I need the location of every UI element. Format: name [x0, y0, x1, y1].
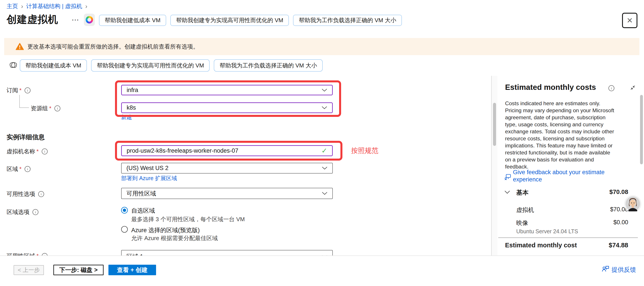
copilot-icon [86, 16, 93, 24]
zone-options-label: 区域选项 i [6, 208, 38, 216]
deploy-edge-zone-link[interactable]: 部署到 Azure 扩展区域 [121, 175, 177, 182]
vm-name-label: 虚拟机名称* i [6, 148, 48, 155]
info-icon[interactable]: i [24, 166, 30, 172]
suggestion-high-availability-button[interactable]: 帮助我创建专为实现高可用性而优化的 VM [170, 15, 289, 26]
info-icon[interactable]: i [54, 105, 60, 111]
cost-total-label: Estimated monthly cost [505, 242, 577, 249]
info-icon[interactable]: i [38, 191, 44, 197]
vm-name-value: prod-usw2-k8s-freeleaps-worker-nodes-07 [127, 147, 238, 154]
cost-group-amount: $70.08 [609, 188, 628, 195]
region-label: 区域* i [6, 165, 30, 173]
copilot-suggestions-header: 帮助我创建低成本 VM 帮助我创建专为实现高可用性而优化的 VM 帮助我为工作负… [99, 15, 402, 26]
region-value: (US) West US 2 [126, 165, 168, 172]
radio-azure-selected-zones[interactable] [121, 226, 128, 233]
copilot-outline-icon [9, 61, 18, 69]
radio-azure-selected-zones-label[interactable]: Azure 选择的区域(预览版) [131, 226, 200, 234]
availability-options-label-text: 可用性选项 [6, 190, 35, 198]
cost-panel-title: Estimated monthly costs [505, 83, 596, 92]
chevron-down-icon [322, 89, 327, 92]
chevron-down-icon [322, 192, 328, 195]
radio-azure-selected-zones-desc: 允许 Azure 根据需要分配最佳区域 [131, 234, 218, 242]
presenter-avatar [624, 195, 641, 212]
cost-group-label[interactable]: 基本 [516, 188, 528, 197]
resource-group-label-text: 资源组 [31, 105, 48, 112]
suggestion-high-availability-button[interactable]: 帮助我创建专为实现高可用性而优化的 VM [91, 59, 210, 72]
collapse-panel-icon[interactable] [630, 84, 636, 91]
previous-button[interactable]: < 上一步 [14, 265, 44, 275]
estimate-feedback-link[interactable]: Give feedback about your estimate experi… [513, 169, 616, 183]
zone-options-label-text: 区域选项 [6, 208, 30, 216]
info-icon[interactable]: i [32, 209, 38, 215]
close-button[interactable]: ✕ [622, 13, 638, 28]
cost-item-label: 映像 [516, 219, 528, 227]
tree-connector-horizontal [19, 107, 29, 108]
info-icon[interactable]: i [24, 87, 30, 93]
suggestion-low-cost-vm-button[interactable]: 帮助我创建低成本 VM [99, 15, 166, 26]
resource-group-label: 资源组* i [31, 105, 60, 112]
create-new-resource-group-link[interactable]: 新建 [121, 114, 132, 121]
main-scrollbar-thumb[interactable] [493, 103, 496, 146]
resource-group-dropdown[interactable]: k8s [121, 102, 333, 113]
info-icon[interactable]: i [42, 253, 48, 255]
more-options-button[interactable]: ⋯ [72, 15, 80, 24]
cost-item-sub: Ubuntu Server 24.04 LTS [516, 228, 578, 235]
warning-triangle-icon [16, 43, 24, 50]
copilot-suggestions-inline: 帮助我创建低成本 VM 帮助我创建专为实现高可用性而优化的 VM 帮助我为工作负… [20, 59, 323, 72]
info-icon[interactable]: i [42, 148, 48, 154]
next-disks-button[interactable]: 下一步: 磁盘 > [53, 265, 104, 275]
suggestion-right-vm-size-button[interactable]: 帮助我为工作负载选择正确的 VM 大小 [293, 15, 402, 26]
page-title: 创建虚拟机 [6, 13, 58, 26]
chevron-right-icon: › [21, 3, 23, 10]
vm-name-input[interactable]: prod-usw2-k8s-freeleaps-worker-nodes-07 … [121, 145, 333, 156]
required-asterisk: * [19, 87, 22, 94]
breadcrumb-home-link[interactable]: 主页 [6, 3, 18, 10]
availability-zone-dropdown[interactable]: 区域 1 [121, 250, 333, 255]
chevron-down-icon [322, 166, 328, 170]
vm-name-label-text: 虚拟机名称 [6, 148, 35, 155]
cost-item-amount: $0.00 [613, 219, 628, 226]
footer-divider [0, 255, 644, 256]
suggestion-low-cost-vm-button[interactable]: 帮助我创建低成本 VM [20, 59, 87, 72]
availability-options-value: 可用性区域 [126, 190, 156, 197]
info-icon[interactable]: i [608, 85, 614, 91]
cost-total-amount: $74.88 [609, 242, 628, 249]
availability-zone-value: 区域 1 [126, 253, 143, 255]
breadcrumb: 主页 › 计算基础结构 | 虚拟机 › [6, 3, 90, 10]
region-dropdown[interactable]: (US) West US 2 [121, 163, 333, 174]
chevron-down-icon[interactable] [504, 190, 510, 194]
availability-options-dropdown[interactable]: 可用性区域 [121, 188, 333, 199]
required-asterisk: * [36, 148, 39, 155]
subscription-dropdown[interactable]: infra [121, 85, 333, 95]
tree-connector-vertical [19, 95, 20, 108]
resource-group-value: k8s [127, 104, 136, 111]
cost-item-label: 虚拟机 [516, 206, 534, 214]
instance-details-heading: 实例详细信息 [6, 133, 45, 142]
radio-self-select-zones[interactable] [121, 206, 128, 214]
subscription-label: 订阅* i [6, 87, 30, 94]
speech-bubbles-icon [504, 173, 512, 181]
valid-check-icon: ✓ [321, 147, 327, 155]
required-asterisk: * [49, 105, 51, 112]
panel-scrollbar-thumb[interactable] [640, 95, 643, 164]
provide-feedback-link[interactable]: 提供反馈 [612, 265, 636, 274]
radio-self-select-zones-desc: 最多选择 3 个可用性区域，每个区域一台 VM [131, 215, 245, 223]
copilot-button[interactable] [84, 14, 95, 26]
cost-panel-description: Costs indicated here are estimates only.… [505, 100, 615, 170]
availability-zone-label-text: 可用性区域 [6, 252, 35, 255]
suggestion-right-vm-size-button[interactable]: 帮助我为工作负载选择正确的 VM 大小 [214, 59, 322, 72]
warning-banner: 更改基本选项可能会重置所做的选择。创建虚拟机前查看所有选项。 [4, 38, 640, 55]
avatar-icon [625, 196, 640, 211]
warning-text: 更改基本选项可能会重置所做的选择。创建虚拟机前查看所有选项。 [28, 43, 199, 51]
chevron-right-icon: › [86, 3, 87, 10]
person-feedback-icon [602, 265, 610, 273]
review-create-button[interactable]: 查看 + 创建 [108, 265, 156, 275]
breadcrumb-compute-link[interactable]: 计算基础结构 | 虚拟机 [26, 3, 82, 10]
create-vm-page: 主页 › 计算基础结构 | 虚拟机 › 创建虚拟机 ⋯ 帮助我创建低成本 VM … [0, 0, 644, 286]
close-icon: ✕ [627, 16, 633, 25]
required-asterisk: * [36, 253, 39, 255]
radio-self-select-zones-label[interactable]: 自选区域 [131, 207, 155, 215]
cost-total-divider [498, 237, 638, 238]
subscription-label-text: 订阅 [6, 87, 18, 94]
vm-name-annotation: 按照规范 [351, 146, 378, 155]
subscription-value: infra [127, 87, 138, 94]
